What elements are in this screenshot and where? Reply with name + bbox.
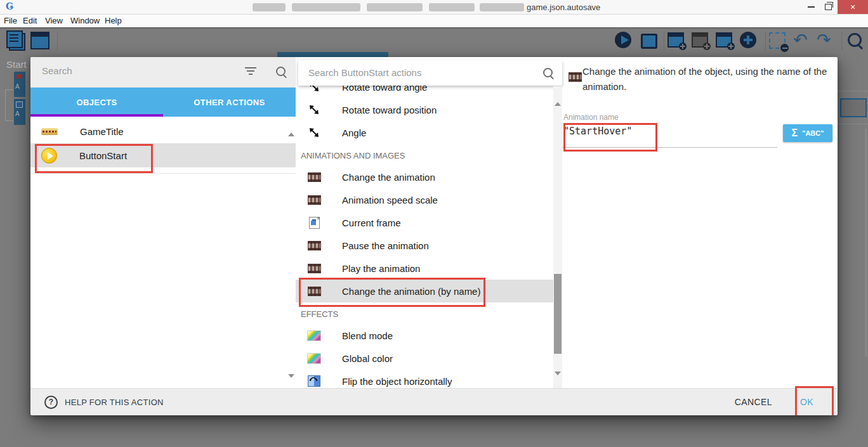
play-button[interactable]	[615, 32, 634, 49]
background-input-fragment	[840, 98, 867, 117]
minimize-button[interactable]	[803, 0, 819, 14]
rotate-icon	[308, 104, 320, 115]
search-icon[interactable]	[543, 68, 553, 77]
background-divider	[838, 124, 868, 124]
actions-section-header: ANIMATIONS AND IMAGES	[296, 144, 562, 165]
action-row[interactable]: Global color	[296, 347, 562, 370]
cancel-button[interactable]: CANCEL	[735, 397, 772, 407]
tab-other-actions[interactable]: OTHER ACTIONS	[163, 87, 296, 117]
flip-horizontal-icon	[308, 375, 320, 387]
list-divider	[30, 173, 296, 174]
scrollbar-up-arrow[interactable]	[555, 91, 561, 103]
scene-editor-button[interactable]	[30, 32, 49, 49]
search-icon[interactable]	[276, 67, 286, 76]
play-icon	[615, 32, 631, 48]
film-strip-icon	[569, 72, 582, 82]
action-search-input[interactable]	[307, 67, 519, 79]
film-strip-icon	[308, 195, 321, 205]
add-other-event-button[interactable]	[740, 32, 759, 49]
play-button-sprite-icon	[41, 148, 57, 164]
window-title: game.json.autosave	[527, 3, 600, 12]
add-comment-button[interactable]	[692, 32, 711, 49]
tab-objects[interactable]: OBJECTS	[30, 87, 163, 117]
scrollbar-thumb[interactable]	[554, 274, 562, 354]
action-row[interactable]: Current frame	[296, 211, 562, 234]
add-subevent-icon	[716, 32, 732, 48]
action-row[interactable]: Play the animation	[296, 257, 562, 280]
action-row[interactable]: Animation speed scale	[296, 188, 562, 211]
instruction-left-panel: OBJECTS OTHER ACTIONS GameTitle ButtonSt…	[30, 57, 296, 388]
help-link[interactable]: HELP FOR THIS ACTION	[65, 398, 164, 407]
expression-editor-button[interactable]: Σ "ABC"	[783, 124, 832, 142]
scrollbar-down-arrow[interactable]	[555, 375, 561, 387]
action-row[interactable]: Pause the animation	[296, 234, 562, 257]
redo-button[interactable]: ↷	[817, 32, 836, 49]
filter-icon[interactable]	[245, 67, 256, 76]
menu-view[interactable]: View	[45, 16, 63, 25]
action-description: Change the animation of the object, usin…	[582, 64, 836, 94]
actions-scrollbar[interactable]	[553, 86, 562, 388]
animation-name-label: Animation name	[563, 113, 619, 122]
menu-help[interactable]: Help	[105, 16, 122, 25]
scene-tab-label: Start	[6, 59, 27, 70]
debug-button[interactable]	[640, 32, 659, 49]
actions-section-header: EFFECTS	[296, 302, 562, 324]
menu-file[interactable]: File	[4, 16, 17, 25]
left-panel-tabs: OBJECTS OTHER ACTIONS	[30, 87, 296, 117]
toolbar-separator	[57, 32, 58, 51]
event-letter: A	[15, 83, 20, 90]
redacted-title-segment	[292, 3, 360, 11]
ok-button[interactable]: OK	[800, 397, 813, 407]
workspace-dimmed: ↶ ↷ Start A A	[0, 27, 868, 447]
color-spectrum-icon	[307, 353, 321, 364]
background-scrollbar	[865, 129, 867, 357]
restore-icon	[825, 4, 832, 10]
object-row-buttonstart[interactable]: ButtonStart	[30, 143, 296, 167]
project-manager-button[interactable]	[6, 32, 25, 49]
object-search-input[interactable]	[41, 65, 233, 77]
close-button[interactable]: ×	[838, 0, 868, 14]
gdevelop-logo-icon: Ǥ	[6, 1, 14, 11]
menu-edit[interactable]: Edit	[23, 16, 37, 25]
action-row[interactable]: Flip the object horizontally	[296, 370, 562, 388]
undo-icon: ↶	[793, 30, 808, 49]
add-comment-icon	[692, 32, 708, 48]
object-row-gametitle[interactable]: GameTitle	[30, 119, 296, 143]
menu-window[interactable]: Window	[70, 16, 100, 25]
add-subevent-button[interactable]	[716, 32, 735, 49]
event-icon	[16, 74, 22, 79]
help-icon[interactable]: ?	[44, 396, 58, 409]
actions-panel: Rotate toward angle Rotate toward positi…	[296, 57, 562, 388]
plus-circle-icon	[740, 32, 756, 48]
action-search-bar	[298, 60, 562, 86]
action-row[interactable]: Blend mode	[296, 324, 562, 347]
bug-icon	[641, 34, 657, 49]
left-scrollbar-up[interactable]	[288, 122, 294, 133]
field-underline	[562, 147, 777, 148]
redacted-title-segment	[253, 3, 286, 11]
action-row-selected[interactable]: Change the animation (by name)	[296, 280, 562, 302]
action-row[interactable]: Change the animation	[296, 165, 562, 188]
color-spectrum-icon	[307, 330, 321, 341]
toolbar-divider	[0, 27, 868, 29]
redacted-title-segment	[367, 3, 423, 11]
sigma-icon: Σ	[792, 127, 798, 139]
background-divider	[838, 91, 868, 91]
action-detail-panel: Change the animation of the object, usin…	[562, 57, 838, 388]
current-frame-icon	[309, 217, 320, 229]
scene-window-icon	[30, 32, 49, 49]
action-row[interactable]: Rotate toward position	[296, 98, 562, 121]
game-title-sprite-icon	[41, 128, 58, 135]
restore-button[interactable]	[820, 0, 836, 14]
film-strip-icon	[308, 241, 321, 250]
add-event-button[interactable]	[667, 32, 687, 49]
undo-button[interactable]: ↶	[793, 32, 812, 49]
minimize-icon	[808, 6, 815, 8]
active-tab-indicator	[30, 114, 163, 117]
menubar: File Edit View Window Help	[0, 15, 868, 27]
action-row[interactable]: Angle	[296, 121, 562, 144]
delete-event-button[interactable]	[769, 32, 788, 49]
animation-name-field[interactable]: "StartHover"	[563, 126, 632, 137]
search-events-button[interactable]	[846, 32, 865, 49]
dialog-footer: ? HELP FOR THIS ACTION CANCEL OK	[30, 388, 838, 415]
